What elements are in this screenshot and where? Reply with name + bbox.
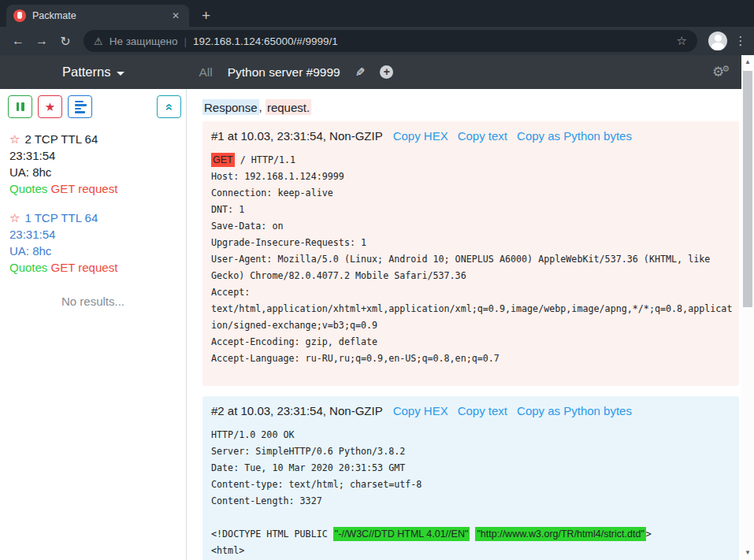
packet-body-line: User-Agent: Mozilla/5.0 (Linux; Android … xyxy=(211,251,731,268)
patterns-summary-line: Response, request. xyxy=(202,98,754,115)
url-text: 192.168.1.124:65000/#/9999/1 xyxy=(193,35,338,47)
packet-body-line: Host: 192.168.1.124:9999 xyxy=(211,169,731,185)
copy-action-link[interactable]: Copy as Python bytes xyxy=(517,129,632,143)
browser-menu-icon[interactable]: ⋮ xyxy=(734,34,748,48)
text-segment: / HTTP/1.1 xyxy=(235,154,295,165)
packet-list: #1 at 10.03, 23:31:54, Non-GZIPCopy HEXC… xyxy=(202,121,754,560)
packet-body: HTTP/1.0 200 OKServer: SimpleHTTP/0.6 Py… xyxy=(211,427,731,559)
packet-body-line: DNT: 1 xyxy=(211,202,731,218)
stream-patterns: Quotes GET request xyxy=(9,259,176,276)
packet-header: #2 at 10.03, 23:31:54, Non-GZIPCopy HEXC… xyxy=(211,404,731,417)
tab-all-services[interactable]: All xyxy=(199,65,212,80)
packet-body-line: <!DOCTYPE HTML PUBLIC "-//W3C//DTD HTML … xyxy=(211,526,731,543)
sidebar-controls: ★ « xyxy=(0,95,186,118)
copy-action-link[interactable]: Copy text xyxy=(458,129,507,143)
text-segment: User-Agent: Mozilla/5.0 (Linux; Android … xyxy=(211,254,710,265)
pattern-label: Quotes xyxy=(9,261,47,274)
copy-action-link[interactable]: Copy HEX xyxy=(393,404,448,417)
text-segment: ion/signed-exchange;v=b3;q=0.9 xyxy=(211,320,377,331)
packet-body-line: text/html,application/xhtml+xml,applicat… xyxy=(211,301,731,317)
packet-body-line: Connection: keep-alive xyxy=(211,185,731,202)
packet-meta: #1 at 10.03, 23:31:54, Non-GZIP xyxy=(211,129,383,143)
stream-time: 23:31:54 xyxy=(9,226,176,243)
packet-body-line: Content-type: text/html; charset=utf-8 xyxy=(211,477,731,493)
match-highlight-green: "-//W3C//DTD HTML 4.01//EN" xyxy=(333,527,470,541)
collapse-sidebar-button[interactable]: « xyxy=(157,95,181,118)
text-segment: Upgrade-Insecure-Requests: 1 xyxy=(211,237,366,248)
text-segment: Host: 192.168.1.124:9999 xyxy=(211,171,344,182)
pause-capture-button[interactable] xyxy=(8,95,32,118)
stream-time: 23:31:54 xyxy=(9,147,176,164)
text-segment: Content-type: text/html; charset=utf-8 xyxy=(211,479,422,490)
packet-body-line: Content-Length: 3327 xyxy=(211,493,731,510)
packet-body-line: Upgrade-Insecure-Requests: 1 xyxy=(211,235,731,251)
profile-avatar[interactable] xyxy=(708,32,727,50)
packet-body-line: Server: SimpleHTTP/0.6 Python/3.8.2 xyxy=(211,443,731,460)
favorite-star-icon[interactable]: ☆ xyxy=(9,211,20,224)
edit-service-icon[interactable]: ✎ xyxy=(355,65,366,80)
stream-item[interactable]: ☆2 TCP TTL 6423:31:54UA: 8hcQuotes GET r… xyxy=(0,131,186,197)
stream-list: ☆2 TCP TTL 6423:31:54UA: 8hcQuotes GET r… xyxy=(0,131,186,276)
packet-card-response: #2 at 10.03, 23:31:54, Non-GZIPCopy HEXC… xyxy=(202,396,739,560)
scrollbar-thumb[interactable] xyxy=(743,71,752,307)
text-segment: Save-Data: on xyxy=(211,221,283,232)
chevron-down-icon xyxy=(117,72,124,76)
match-highlight-lightpink: request. xyxy=(266,99,311,115)
packet-body-line: Save-Data: on xyxy=(211,218,731,235)
favorites-filter-button[interactable]: ★ xyxy=(38,95,62,118)
forward-icon[interactable]: → xyxy=(30,34,54,48)
favorite-star-icon[interactable]: ☆ xyxy=(9,132,20,146)
security-warning-icon: ⚠ xyxy=(94,35,103,47)
stream-title: 2 TCP TTL 64 xyxy=(24,132,98,146)
packmate-favicon-icon xyxy=(13,9,26,22)
url-separator: | xyxy=(184,35,187,47)
back-icon[interactable]: ← xyxy=(6,34,30,48)
list-view-button[interactable] xyxy=(68,95,92,118)
pattern-label: GET request xyxy=(51,182,118,195)
stream-detail: Response, request. #1 at 10.03, 23:31:54… xyxy=(187,89,754,560)
tab-title: Packmate xyxy=(32,10,169,21)
tab-current-service[interactable]: Python server #9999 xyxy=(228,65,340,80)
packet-body-line: Accept-Language: ru-RU,ru;q=0.9,en-US;q=… xyxy=(211,350,731,367)
packet-body-line: Date: Tue, 10 Mar 2020 20:31:53 GMT xyxy=(211,460,731,477)
browser-tab[interactable]: Packmate ✕ xyxy=(6,5,189,27)
text-segment: Connection: keep-alive xyxy=(211,187,333,198)
reload-icon[interactable]: ↻ xyxy=(54,34,77,49)
content-area: ★ « ☆2 TCP TTL 6423:31:54UA: 8hcQuotes G… xyxy=(0,89,754,560)
text-segment: DNT: 1 xyxy=(211,204,244,215)
settings-gears-icon[interactable]: ⚙⚙ xyxy=(712,64,732,80)
stream-title-line: ☆1 TCP TTL 64 xyxy=(9,210,176,226)
stream-title-line: ☆2 TCP TTL 64 xyxy=(9,131,176,147)
text-segment: <html> xyxy=(211,545,244,556)
security-label: Не защищено xyxy=(110,35,178,47)
copy-action-link[interactable]: Copy HEX xyxy=(393,129,448,143)
packet-body-line: Accept-Encoding: gzip, deflate xyxy=(211,334,731,350)
new-tab-button[interactable]: + xyxy=(197,7,215,24)
text-segment: Accept-Language: ru-RU,ru;q=0.9,en-US;q=… xyxy=(211,353,500,364)
add-service-button[interactable]: + xyxy=(380,65,393,79)
stream-item[interactable]: ☆1 TCP TTL 6423:31:54UA: 8hcQuotes GET r… xyxy=(0,210,186,276)
packet-body-line: Accept: xyxy=(211,284,731,301)
text-segment: Accept-Encoding: gzip, deflate xyxy=(211,336,377,347)
pattern-label: GET request xyxy=(51,261,118,274)
copy-action-link[interactable]: Copy text xyxy=(458,404,507,417)
tab-close-icon[interactable]: ✕ xyxy=(169,9,182,23)
scrollbar-up-arrow[interactable]: ▲ xyxy=(741,57,754,68)
stream-user-agent: UA: 8hc xyxy=(9,164,176,180)
scrollbar-down-arrow[interactable]: ▼ xyxy=(741,547,754,558)
pattern-label: Quotes xyxy=(9,182,47,195)
packet-body-line: Gecko) Chrome/82.0.4077.2 Mobile Safari/… xyxy=(211,268,731,284)
packet-meta: #2 at 10.03, 23:31:54, Non-GZIP xyxy=(211,404,383,417)
match-highlight-green: "http://www.w3.org/TR/html4/strict.dtd" xyxy=(475,527,645,541)
browser-tab-bar: Packmate ✕ + xyxy=(0,0,754,27)
bookmark-star-icon[interactable]: ☆ xyxy=(677,34,687,48)
address-bar[interactable]: ⚠ Не защищено | 192.168.1.124:65000/#/99… xyxy=(84,30,697,52)
page-scrollbar[interactable]: ▲ ▼ xyxy=(741,55,754,560)
patterns-dropdown[interactable]: Patterns xyxy=(62,65,124,80)
copy-action-link[interactable]: Copy as Python bytes xyxy=(517,404,632,417)
match-highlight-red: GET xyxy=(211,153,235,167)
packet-actions: Copy HEXCopy textCopy as Python bytes xyxy=(393,129,632,143)
packet-body-line: HTTP/1.0 200 OK xyxy=(211,427,731,443)
packet-card-request: #1 at 10.03, 23:31:54, Non-GZIPCopy HEXC… xyxy=(202,121,739,386)
packet-body-line: ion/signed-exchange;v=b3;q=0.9 xyxy=(211,317,731,334)
